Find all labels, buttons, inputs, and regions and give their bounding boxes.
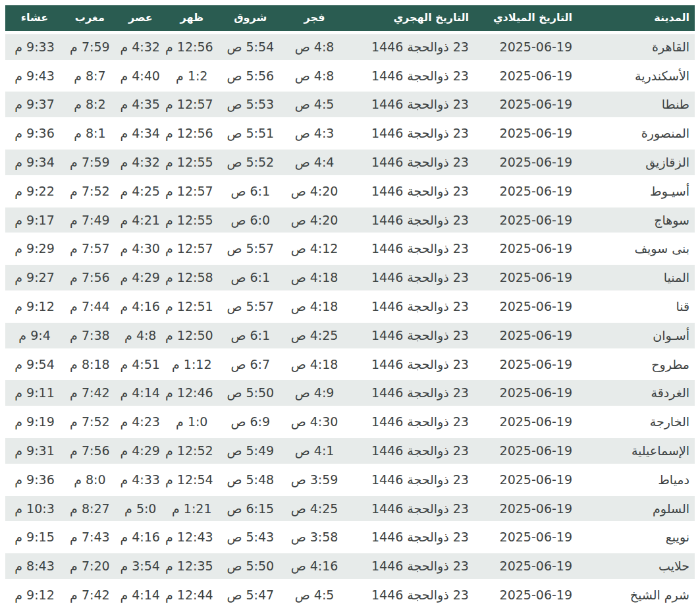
- table-row: دمياط 2025-06-19 23 ذوالحجة 1446 3:59 ص …: [5, 465, 695, 494]
- maghrib-time-cell: 7:56 م: [64, 263, 116, 292]
- dhuhr-time-cell: 12:43 م: [165, 523, 219, 552]
- header-sunrise: شروق: [219, 5, 283, 32]
- fajr-time-cell: 4:25 ص: [283, 494, 346, 523]
- maghrib-time-cell: 7:57 م: [64, 234, 116, 263]
- prayer-times-page: { "colors": { "header_bg": "#2a5c51", "h…: [0, 0, 700, 606]
- city-cell: القاهرة: [578, 32, 695, 61]
- maghrib-time-cell: 7:52 م: [64, 177, 116, 206]
- city-cell: سوهاج: [578, 206, 695, 234]
- gregorian-date-cell: 2025-06-19: [474, 148, 578, 177]
- table-row: أسيـوط 2025-06-19 23 ذوالحجة 1446 4:20 ص…: [5, 177, 695, 206]
- city-cell: السلوم: [578, 494, 695, 523]
- fajr-time-cell: 4:3 ص: [283, 119, 346, 148]
- table-row: نويبع 2025-06-19 23 ذوالحجة 1446 3:58 ص …: [5, 523, 695, 552]
- asr-time-cell: 4:40 م: [116, 61, 165, 90]
- maghrib-time-cell: 8:1 م: [64, 119, 116, 148]
- isha-time-cell: 9:34 م: [5, 148, 64, 177]
- fajr-time-cell: 4:25 ص: [283, 321, 346, 350]
- gregorian-date-cell: 2025-06-19: [474, 465, 578, 494]
- fajr-time-cell: 4:9 ص: [283, 379, 346, 408]
- fajr-time-cell: 4:5 ص: [283, 90, 346, 119]
- header-row: المدينة التاريخ الميلادي التاريخ الهجري …: [5, 5, 695, 32]
- header-city: المدينة: [578, 5, 695, 32]
- asr-time-cell: 4:30 م: [116, 234, 165, 263]
- asr-time-cell: 4:51 م: [116, 350, 165, 379]
- header-dhuhr: ظهر: [165, 5, 219, 32]
- sunrise-time-cell: 6:1 ص: [219, 321, 283, 350]
- isha-time-cell: 9:27 م: [5, 263, 64, 292]
- isha-time-cell: 9:22 م: [5, 177, 64, 206]
- dhuhr-time-cell: 12:57 م: [165, 90, 219, 119]
- gregorian-date-cell: 2025-06-19: [474, 436, 578, 465]
- gregorian-date-cell: 2025-06-19: [474, 263, 578, 292]
- asr-time-cell: 4:14 م: [116, 379, 165, 408]
- sunrise-time-cell: 5:50 ص: [219, 552, 283, 581]
- maghrib-time-cell: 8:27 م: [64, 494, 116, 523]
- table-row: حلايب 2025-06-19 23 ذوالحجة 1446 4:16 ص …: [5, 552, 695, 581]
- isha-time-cell: 9:37 م: [5, 90, 64, 119]
- dhuhr-time-cell: 12:55 م: [165, 206, 219, 234]
- hijri-date-cell: 23 ذوالحجة 1446: [346, 321, 474, 350]
- city-cell: الغردقة: [578, 379, 695, 408]
- hijri-date-cell: 23 ذوالحجة 1446: [346, 379, 474, 408]
- dhuhr-time-cell: 12:55 م: [165, 148, 219, 177]
- dhuhr-time-cell: 12:52 م: [165, 436, 219, 465]
- dhuhr-time-cell: 12:58 م: [165, 263, 219, 292]
- fajr-time-cell: 4:18 ص: [283, 350, 346, 379]
- isha-time-cell: 9:31 م: [5, 436, 64, 465]
- city-cell: دمياط: [578, 465, 695, 494]
- isha-time-cell: 9:11 م: [5, 379, 64, 408]
- hijri-date-cell: 23 ذوالحجة 1446: [346, 465, 474, 494]
- table-row: أسـوان 2025-06-19 23 ذوالحجة 1446 4:25 ص…: [5, 321, 695, 350]
- fajr-time-cell: 4:4 ص: [283, 148, 346, 177]
- hijri-date-cell: 23 ذوالحجة 1446: [346, 32, 474, 61]
- dhuhr-time-cell: 1:0 م: [165, 408, 219, 437]
- isha-time-cell: 9:19 م: [5, 408, 64, 437]
- fajr-time-cell: 4:16 ص: [283, 552, 346, 581]
- sunrise-time-cell: 6:0 ص: [219, 206, 283, 234]
- fajr-time-cell: 4:20 ص: [283, 206, 346, 234]
- fajr-time-cell: 4:1 ص: [283, 436, 346, 465]
- fajr-time-cell: 4:8 ص: [283, 61, 346, 90]
- sunrise-time-cell: 6:1 ص: [219, 177, 283, 206]
- hijri-date-cell: 23 ذوالحجة 1446: [346, 523, 474, 552]
- hijri-date-cell: 23 ذوالحجة 1446: [346, 90, 474, 119]
- table-row: القاهرة 2025-06-19 23 ذوالحجة 1446 4:8 ص…: [5, 32, 695, 61]
- hijri-date-cell: 23 ذوالحجة 1446: [346, 61, 474, 90]
- asr-time-cell: 4:32 م: [116, 32, 165, 61]
- asr-time-cell: 4:16 م: [116, 292, 165, 321]
- table-row: السلوم 2025-06-19 23 ذوالحجة 1446 4:25 ص…: [5, 494, 695, 523]
- hijri-date-cell: 23 ذوالحجة 1446: [346, 350, 474, 379]
- gregorian-date-cell: 2025-06-19: [474, 321, 578, 350]
- hijri-date-cell: 23 ذوالحجة 1446: [346, 292, 474, 321]
- table-row: الأسكندرية 2025-06-19 23 ذوالحجة 1446 4:…: [5, 61, 695, 90]
- gregorian-date-cell: 2025-06-19: [474, 90, 578, 119]
- fajr-time-cell: 4:18 ص: [283, 292, 346, 321]
- table-row: طنطا 2025-06-19 23 ذوالحجة 1446 4:5 ص 5:…: [5, 90, 695, 119]
- hijri-date-cell: 23 ذوالحجة 1446: [346, 177, 474, 206]
- gregorian-date-cell: 2025-06-19: [474, 408, 578, 437]
- dhuhr-time-cell: 12:56 م: [165, 119, 219, 148]
- city-cell: بنى سويف: [578, 234, 695, 263]
- dhuhr-time-cell: 12:56 م: [165, 32, 219, 61]
- table-row: شرم الشيخ 2025-06-19 23 ذوالحجة 1446 4:5…: [5, 580, 695, 606]
- isha-time-cell: 9:43 م: [5, 61, 64, 90]
- dhuhr-time-cell: 12:35 م: [165, 552, 219, 581]
- asr-time-cell: 4:8 م: [116, 321, 165, 350]
- maghrib-time-cell: 7:38 م: [64, 321, 116, 350]
- header-fajr: فجر: [283, 5, 346, 32]
- fajr-time-cell: 3:58 ص: [283, 523, 346, 552]
- hijri-date-cell: 23 ذوالحجة 1446: [346, 552, 474, 581]
- asr-time-cell: 5:0 م: [116, 494, 165, 523]
- gregorian-date-cell: 2025-06-19: [474, 177, 578, 206]
- table-header: المدينة التاريخ الميلادي التاريخ الهجري …: [5, 5, 695, 32]
- sunrise-time-cell: 5:52 ص: [219, 148, 283, 177]
- fajr-time-cell: 4:12 ص: [283, 234, 346, 263]
- table-body: القاهرة 2025-06-19 23 ذوالحجة 1446 4:8 ص…: [5, 32, 695, 606]
- city-cell: المنصورة: [578, 119, 695, 148]
- dhuhr-time-cell: 1:2 م: [165, 61, 219, 90]
- fajr-time-cell: 4:18 ص: [283, 263, 346, 292]
- city-cell: حلايب: [578, 552, 695, 581]
- gregorian-date-cell: 2025-06-19: [474, 494, 578, 523]
- maghrib-time-cell: 8:2 م: [64, 90, 116, 119]
